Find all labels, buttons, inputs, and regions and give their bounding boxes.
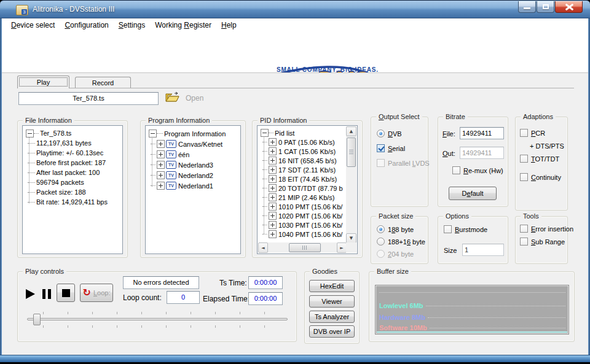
radio-icon[interactable] — [377, 238, 385, 246]
stop-button[interactable] — [57, 284, 75, 302]
menu-device-select[interactable]: Device select — [6, 19, 60, 31]
scroll-left-icon[interactable]: ◄ — [258, 242, 268, 253]
checkbox-icon[interactable] — [444, 225, 452, 233]
tree-item[interactable]: 596794 packets — [24, 177, 121, 187]
play-button[interactable] — [26, 289, 35, 299]
expand-icon[interactable] — [157, 182, 165, 190]
file-info-tree[interactable]: Ter_578.ts 112,197,631 bytes Playtime: +… — [22, 125, 123, 254]
horizontal-scrollbar[interactable]: ◄ ► — [258, 242, 347, 253]
app-icon[interactable]: 3 — [16, 5, 28, 15]
tree-item[interactable]: Bit rate: 14,929,411 bps — [24, 197, 121, 207]
program-info-tree[interactable]: Program Information TVCanvas/Ketnet TVéé… — [145, 125, 241, 254]
tree-item[interactable]: TVCanvas/Ketnet — [147, 139, 239, 149]
expand-icon[interactable] — [157, 140, 165, 148]
radio-188-byte[interactable]: 188 byte — [377, 225, 414, 233]
menu-configuration[interactable]: Configuration — [60, 19, 113, 31]
tree-item[interactable]: 18 EIT (74.45 Kb/s) — [259, 174, 345, 184]
open-folder-icon[interactable] — [165, 91, 179, 103]
checkbox-remux[interactable]: Re-mux (Hw) — [452, 166, 503, 174]
tree-item[interactable]: 17 SDT (2.11 Kb/s) — [259, 165, 345, 174]
hexedit-button[interactable]: HexEdit — [309, 280, 355, 292]
loop-button[interactable]: ↻ Loop: — [80, 284, 113, 302]
tree-root[interactable]: Ter_578.ts — [24, 128, 121, 138]
file-bitrate-input[interactable]: 14929411 — [460, 127, 504, 139]
collapse-icon[interactable] — [261, 129, 269, 137]
tree-item[interactable]: TVéén — [147, 149, 239, 160]
expand-icon[interactable] — [269, 138, 277, 146]
tree-item[interactable]: Packet size: 188 — [24, 187, 121, 197]
checkbox-icon[interactable] — [377, 144, 385, 152]
tree-item[interactable]: 21 MIP (2.46 Kb/s) — [259, 193, 345, 202]
expand-icon[interactable] — [269, 230, 277, 238]
checkbox-icon[interactable] — [520, 238, 528, 246]
tree-item[interactable]: Before first packet: 187 — [24, 158, 121, 168]
scrollbar-thumb[interactable] — [289, 243, 321, 252]
pid-info-tree[interactable]: Pid list 0 PAT (15.06 Kb/s) 1 CAT (15.06… — [257, 125, 358, 254]
tab-record[interactable]: Record — [75, 77, 131, 88]
checkbox-tot-tdt[interactable]: TOT/TDT — [520, 155, 559, 163]
radio-icon[interactable] — [377, 225, 385, 233]
radio-dvb[interactable]: DVB — [377, 130, 402, 137]
tree-item[interactable]: 0 PAT (15.06 Kb/s) — [259, 137, 345, 147]
radio-icon[interactable] — [377, 130, 385, 137]
radio-188-16-byte[interactable]: 188+16 byte — [377, 238, 425, 246]
dvb-over-ip-button[interactable]: DVB over IP — [309, 325, 355, 338]
tree-item[interactable]: TVNederland3 — [147, 160, 239, 170]
maximize-button[interactable] — [537, 1, 554, 13]
seek-slider-track[interactable] — [27, 318, 288, 320]
expand-icon[interactable] — [269, 147, 277, 155]
checkbox-sub-range[interactable]: Sub Range — [520, 238, 565, 246]
checkbox-icon[interactable] — [520, 225, 528, 233]
menu-working-register[interactable]: Working Register — [150, 19, 216, 31]
expand-icon[interactable] — [269, 203, 277, 211]
checkbox-pcr[interactable]: PCR — [520, 129, 545, 137]
vertical-scrollbar[interactable]: ▲ ▼ — [346, 126, 356, 243]
tree-item[interactable]: 20 TOT/TDT (87.79 b — [259, 184, 345, 193]
tree-item[interactable]: TVNederland2 — [147, 170, 239, 180]
expand-icon[interactable] — [269, 193, 277, 201]
expand-icon[interactable] — [157, 161, 165, 169]
scrollbar-thumb[interactable] — [347, 137, 356, 167]
checkbox-burstmode[interactable]: Burstmode — [444, 225, 487, 233]
expand-icon[interactable] — [269, 184, 277, 192]
tree-item[interactable]: Playtime: +/- 60.13sec — [24, 148, 121, 158]
checkbox-error-insertion[interactable]: Error insertion — [520, 225, 573, 233]
tree-item[interactable]: 112,197,631 bytes — [24, 138, 121, 148]
expand-icon[interactable] — [157, 150, 165, 158]
menu-settings[interactable]: Settings — [114, 19, 150, 31]
expand-icon[interactable] — [269, 221, 277, 229]
tree-root[interactable]: Program Information — [147, 128, 239, 139]
menu-help[interactable]: Help — [216, 19, 242, 31]
checkbox-icon[interactable] — [520, 129, 528, 137]
tree-item[interactable]: 1020 PMT (15.06 Kb/ — [259, 211, 345, 220]
tab-play[interactable]: Play — [17, 76, 69, 88]
scroll-right-icon[interactable]: ► — [337, 242, 347, 253]
checkbox-continuity[interactable]: Continuity — [520, 173, 561, 181]
expand-icon[interactable] — [269, 157, 277, 165]
tree-item[interactable]: 1010 PMT (15.06 Kb/ — [259, 202, 345, 211]
close-button[interactable] — [555, 1, 583, 13]
scroll-down-icon[interactable]: ▼ — [346, 233, 356, 243]
expand-icon[interactable] — [269, 175, 277, 183]
tree-root[interactable]: Pid list — [259, 128, 345, 137]
tree-item[interactable]: 1040 PMT (15.06 Kb/ — [259, 230, 345, 239]
filename-field[interactable]: Ter_578.ts — [18, 92, 159, 105]
collapse-icon[interactable] — [149, 130, 157, 137]
checkbox-icon[interactable] — [520, 173, 528, 181]
expand-icon[interactable] — [157, 171, 165, 179]
title-bar[interactable]: 3 Alitronika - DVSstation III — [0, 0, 590, 18]
tree-item[interactable]: 16 NIT (658.45 b/s) — [259, 156, 345, 165]
default-button[interactable]: Default — [449, 187, 497, 200]
tree-item[interactable]: After last packet: 100 — [24, 168, 121, 177]
checkbox-icon[interactable] — [452, 166, 460, 174]
seek-slider-thumb[interactable] — [33, 314, 41, 325]
expand-icon[interactable] — [269, 212, 277, 220]
checkbox-serial[interactable]: Serial — [377, 144, 405, 152]
checkbox-icon[interactable] — [520, 155, 528, 163]
tree-item[interactable]: TVNederland1 — [147, 180, 239, 191]
tree-item[interactable]: 1 CAT (15.06 Kb/s) — [259, 147, 345, 156]
minimize-button[interactable] — [518, 1, 536, 13]
viewer-button[interactable]: Viewer — [309, 295, 355, 308]
ts-analyzer-button[interactable]: Ts Analyzer — [309, 311, 355, 323]
tree-item[interactable]: 1030 PMT (15.06 Kb/ — [259, 220, 345, 230]
